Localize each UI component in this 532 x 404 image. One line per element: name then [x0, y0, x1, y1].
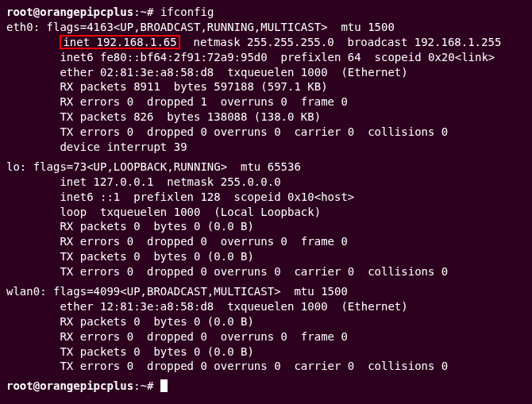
- highlighted-ip: inet 192.168.1.65: [60, 35, 179, 49]
- prompt-path-2: ~: [141, 379, 147, 392]
- lo-loop: loop txqueuelen 1000 (Local Loopback): [6, 205, 526, 220]
- prompt-line-2[interactable]: root@orangepipcplus:~#: [6, 379, 526, 394]
- lo-header: lo: flags=73<UP,LOOPBACK,RUNNING> mtu 65…: [6, 160, 526, 175]
- interface-wlan0: wlan0: flags=4099<UP,BROADCAST,MULTICAST…: [6, 284, 526, 374]
- lo-rx-packets: RX packets 0 bytes 0 (0.0 B): [6, 219, 526, 234]
- terminal-output[interactable]: root@orangepipcplus:~# ifconfig eth0: fl…: [6, 5, 526, 394]
- prompt-path: ~: [141, 6, 147, 18]
- wlan0-ether: ether 12:81:3e:a8:58:d8 txqueuelen 1000 …: [6, 299, 526, 314]
- prompt-user: root@orangepipcplus: [6, 6, 133, 18]
- lo-inet6: inet6 ::1 prefixlen 128 scopeid 0x10<hos…: [6, 190, 526, 205]
- eth0-tx-errors: TX errors 0 dropped 0 overruns 0 carrier…: [6, 125, 526, 140]
- interface-eth0: eth0: flags=4163<UP,BROADCAST,RUNNING,MU…: [6, 20, 526, 155]
- eth0-inet-line: inet 192.168.1.65 netmask 255.255.255.0 …: [6, 35, 526, 50]
- command-text: ifconfig: [160, 6, 214, 18]
- wlan0-header: wlan0: flags=4099<UP,BROADCAST,MULTICAST…: [6, 284, 526, 299]
- wlan0-rx-packets: RX packets 0 bytes 0 (0.0 B): [6, 314, 526, 329]
- prompt-user-2: root@orangepipcplus: [6, 379, 133, 392]
- wlan0-rx-errors: RX errors 0 dropped 0 overruns 0 frame 0: [6, 329, 526, 344]
- lo-inet: inet 127.0.0.1 netmask 255.0.0.0: [6, 175, 526, 190]
- prompt-symbol: #: [147, 6, 153, 18]
- prompt-line-1: root@orangepipcplus:~# ifconfig: [6, 5, 526, 20]
- eth0-inet6: inet6 fe80::bf64:2f91:72a9:95d0 prefixle…: [6, 50, 526, 65]
- wlan0-tx-errors: TX errors 0 dropped 0 overruns 0 carrier…: [6, 359, 526, 374]
- wlan0-tx-packets: TX packets 0 bytes 0 (0.0 B): [6, 344, 526, 360]
- lo-rx-errors: RX errors 0 dropped 0 overruns 0 frame 0: [6, 234, 526, 249]
- interface-lo: lo: flags=73<UP,LOOPBACK,RUNNING> mtu 65…: [6, 160, 526, 279]
- cursor-icon: [160, 379, 168, 392]
- lo-tx-errors: TX errors 0 dropped 0 overruns 0 carrier…: [6, 264, 526, 279]
- prompt-symbol-2: #: [147, 379, 153, 392]
- eth0-ether: ether 02:81:3e:a8:58:d8 txqueuelen 1000 …: [6, 65, 526, 80]
- eth0-tx-packets: TX packets 826 bytes 138088 (138.0 KB): [6, 110, 526, 125]
- eth0-rx-packets: RX packets 8911 bytes 597188 (597.1 KB): [6, 79, 526, 94]
- eth0-header: eth0: flags=4163<UP,BROADCAST,RUNNING,MU…: [6, 20, 526, 35]
- eth0-rx-errors: RX errors 0 dropped 1 overruns 0 frame 0: [6, 94, 526, 110]
- eth0-inet-rest: netmask 255.255.255.0 broadcast 192.168.…: [180, 36, 502, 48]
- eth0-interrupt: device interrupt 39: [6, 140, 526, 155]
- lo-tx-packets: TX packets 0 bytes 0 (0.0 B): [6, 249, 526, 264]
